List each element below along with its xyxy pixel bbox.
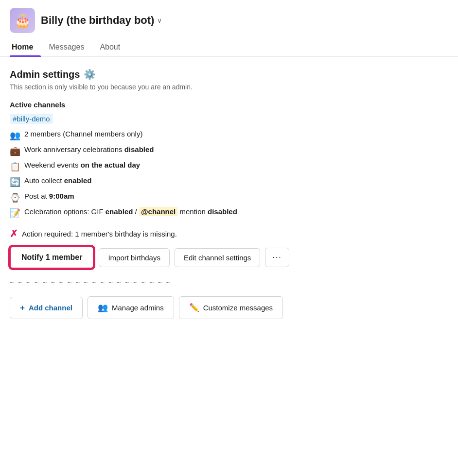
manage-admins-icon: 👥 bbox=[98, 303, 108, 313]
work-anniversary-text: Work anniversary celebrations disabled bbox=[24, 144, 154, 155]
add-channel-label: Add channel bbox=[29, 304, 72, 312]
list-item: 👥 2 members (Channel members only) bbox=[10, 129, 448, 142]
celebration-options-icon: 📝 bbox=[10, 207, 20, 220]
customize-messages-label: Customize messages bbox=[203, 304, 273, 312]
bot-name: Billy (the birthday bot) bbox=[41, 14, 154, 27]
app-header: 🎂 Billy (the birthday bot) ∨ bbox=[0, 0, 458, 38]
gear-icon: ⚙️ bbox=[84, 68, 96, 80]
plus-icon: + bbox=[20, 303, 25, 313]
admin-settings-header: Admin settings ⚙️ bbox=[10, 68, 448, 80]
bot-avatar-emoji: 🎂 bbox=[14, 13, 31, 29]
import-birthdays-button[interactable]: Import birthdays bbox=[99, 248, 170, 267]
bot-title-row: Billy (the birthday bot) ∨ bbox=[41, 14, 162, 27]
customize-messages-icon: ✏️ bbox=[189, 303, 199, 313]
customize-messages-button[interactable]: ✏️ Customize messages bbox=[179, 296, 283, 319]
post-at-icon: ⌚ bbox=[10, 191, 20, 204]
active-channels-label: Active channels bbox=[10, 101, 448, 109]
action-required-row: ✗ Action required: 1 member's birthday i… bbox=[10, 228, 448, 239]
members-icon: 👥 bbox=[10, 129, 20, 142]
tab-home[interactable]: Home bbox=[10, 38, 41, 56]
weekend-events-icon: 📋 bbox=[10, 160, 20, 173]
list-item: 📋 Weekend events on the actual day bbox=[10, 160, 448, 173]
notify-member-button[interactable]: Notify 1 member bbox=[10, 246, 94, 269]
post-at-text: Post at 9:00am bbox=[24, 191, 74, 202]
admin-subtitle: This section is only visible to you beca… bbox=[10, 83, 448, 91]
edit-channel-settings-button[interactable]: Edit channel settings bbox=[175, 248, 260, 267]
buttons-row: Notify 1 member Import birthdays Edit ch… bbox=[10, 246, 448, 269]
admin-settings-title: Admin settings bbox=[10, 69, 80, 80]
action-required-text: Action required: 1 member's birthday is … bbox=[22, 230, 177, 238]
tab-about[interactable]: About bbox=[98, 38, 128, 56]
manage-admins-label: Manage admins bbox=[112, 304, 164, 312]
work-anniversary-icon: 💼 bbox=[10, 145, 20, 158]
main-content: Admin settings ⚙️ This section is only v… bbox=[0, 57, 458, 329]
list-item: 📝 Celebration options: GIF enabled / @ch… bbox=[10, 206, 448, 220]
add-channel-button[interactable]: + Add channel bbox=[10, 297, 83, 319]
list-item: ⌚ Post at 9:00am bbox=[10, 191, 448, 204]
auto-collect-text: Auto collect enabled bbox=[24, 175, 91, 187]
list-item: 💼 Work anniversary celebrations disabled bbox=[10, 144, 448, 158]
tab-messages[interactable]: Messages bbox=[47, 38, 92, 56]
divider-wave: ~ ~ ~ ~ ~ ~ ~ ~ ~ ~ ~ ~ ~ ~ ~ ~ ~ ~ ~ ~ bbox=[10, 278, 448, 287]
manage-admins-button[interactable]: 👥 Manage admins bbox=[88, 296, 174, 319]
weekend-events-text: Weekend events on the actual day bbox=[24, 160, 140, 171]
auto-collect-icon: 🔄 bbox=[10, 176, 20, 189]
channel-info-list: 👥 2 members (Channel members only) 💼 Wor… bbox=[10, 129, 448, 220]
bot-avatar: 🎂 bbox=[10, 8, 35, 33]
more-options-button[interactable]: ··· bbox=[265, 248, 289, 267]
members-text: 2 members (Channel members only) bbox=[24, 129, 142, 140]
dropdown-arrow-icon[interactable]: ∨ bbox=[157, 17, 162, 24]
list-item: 🔄 Auto collect enabled bbox=[10, 175, 448, 189]
bottom-buttons-row: + Add channel 👥 Manage admins ✏️ Customi… bbox=[10, 296, 448, 319]
x-icon: ✗ bbox=[10, 228, 18, 239]
channel-link[interactable]: #billy-demo bbox=[10, 114, 53, 124]
tab-bar: Home Messages About bbox=[0, 38, 458, 57]
celebration-options-text: Celebration options: GIF enabled / @chan… bbox=[24, 206, 237, 218]
